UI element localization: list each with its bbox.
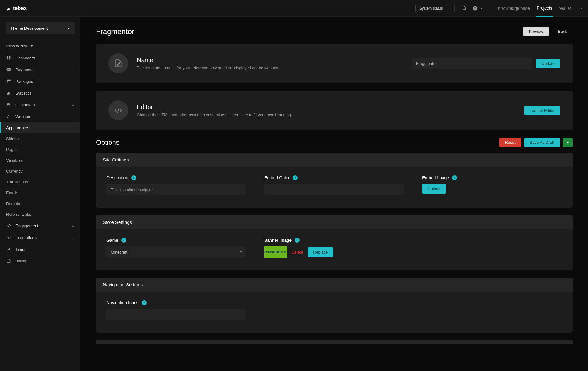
card-icon [6, 67, 11, 72]
info-icon[interactable]: i [121, 238, 126, 243]
sub-domain[interactable]: Domain [0, 198, 80, 209]
user-icon [6, 247, 11, 252]
code-icon [108, 100, 128, 120]
users-icon [6, 102, 11, 107]
svg-point-18 [8, 248, 10, 249]
next-panel-peek [96, 340, 573, 344]
preview-button[interactable]: Preview [523, 27, 549, 36]
info-icon[interactable]: i [452, 175, 457, 180]
svg-rect-7 [9, 58, 10, 59]
svg-rect-11 [7, 81, 10, 83]
sub-referral[interactable]: Referral Links [0, 209, 80, 220]
nav-dashboard[interactable]: Dashboard [0, 52, 80, 64]
basket-icon [6, 114, 11, 119]
save-draft-button[interactable]: Save As Draft [524, 138, 560, 147]
upload-button[interactable]: Upload [422, 184, 446, 194]
delete-banner-link[interactable]: Delete [292, 250, 303, 254]
sub-emails[interactable]: Emails [0, 187, 80, 198]
info-icon[interactable]: i [131, 175, 136, 180]
embed-color-label: Embed Color [264, 175, 290, 180]
card-title: Name [137, 57, 403, 64]
topbar: tebex System status ? ▾ Knowledge base P… [0, 0, 588, 17]
svg-point-0 [463, 6, 465, 9]
back-button[interactable]: Back [552, 27, 573, 36]
brand-name: tebex [13, 5, 27, 11]
embed-image-label: Embed Image [422, 175, 449, 180]
editor-card: Editor Change the HTML and other assets … [96, 91, 573, 130]
help-caret-icon[interactable]: ▾ [481, 6, 482, 10]
info-icon[interactable]: i [142, 300, 147, 305]
system-status-button[interactable]: System status [415, 5, 447, 12]
divider [490, 5, 490, 12]
panel-header: Store Settings [96, 215, 573, 229]
nav-engagement[interactable]: Engagement ⌄ [0, 220, 80, 232]
panel-header: Navigation Settings [96, 278, 573, 292]
account-caret-icon[interactable]: ▾ [580, 6, 582, 10]
card-desc: Change the HTML and other assets to cust… [137, 113, 516, 117]
project-selector[interactable]: Theme Development ▼ [6, 22, 75, 34]
description-input[interactable] [106, 184, 246, 195]
project-name: Theme Development [11, 26, 48, 31]
nav-icons-label: Navigation Icons [106, 300, 139, 305]
nav-payments[interactable]: Payments ⌄ [0, 64, 80, 75]
save-caret-button[interactable]: ▾ [563, 138, 573, 147]
nav-webstore[interactable]: Webstore ⌃ [0, 111, 80, 122]
svg-rect-5 [9, 56, 10, 58]
view-webstore-link[interactable]: View Webstore → [0, 40, 80, 52]
nav-icons-input[interactable] [106, 309, 246, 320]
chevron-down-icon: ⌄ [72, 224, 74, 228]
chevron-down-icon: ⌄ [72, 103, 74, 107]
svg-line-19 [118, 108, 119, 113]
replace-banner-button[interactable]: Replace [308, 247, 334, 257]
tebex-logo-icon [6, 6, 11, 11]
topbar-right: System status ? ▾ Knowledge base Project… [415, 5, 582, 12]
nav-customers[interactable]: Customers ⌄ [0, 99, 80, 111]
svg-line-17 [8, 236, 9, 239]
nav-packages[interactable]: Packages [0, 75, 80, 87]
sub-currency[interactable]: Currency [0, 166, 80, 177]
code-icon [6, 235, 11, 240]
nav-integrations[interactable]: Integrations ⌄ [0, 232, 80, 243]
archive-icon [6, 79, 11, 84]
info-icon[interactable]: i [295, 238, 300, 243]
svg-point-16 [9, 104, 10, 105]
sub-appearance[interactable]: Appearance [0, 122, 80, 133]
template-name-input[interactable] [412, 58, 532, 69]
wallet-link[interactable]: Wallet [559, 6, 572, 11]
divider [454, 5, 455, 12]
embed-color-input[interactable] [264, 184, 404, 195]
file-icon [6, 258, 11, 263]
projects-link[interactable]: Projects [536, 6, 553, 17]
sub-translations[interactable]: Translations [0, 177, 80, 187]
sidebar: Theme Development ▼ View Webstore → Dash… [0, 17, 80, 371]
description-label: Description [106, 175, 128, 180]
nav-billing[interactable]: Billing [0, 255, 80, 267]
options-header: Options Reset Save As Draft ▾ [96, 138, 573, 147]
arrow-right-icon: → [70, 44, 74, 48]
help-icon[interactable]: ? [473, 6, 478, 11]
launch-editor-button[interactable]: Launch Editor [524, 106, 560, 115]
store-settings-panel: Store Settings Game i Minecraft Ban [96, 215, 573, 270]
reset-button[interactable]: Reset [499, 138, 521, 147]
nav-statistics[interactable]: Statistics [0, 87, 80, 99]
nav-team[interactable]: Team [0, 243, 80, 255]
chevron-down-icon: ⌄ [72, 236, 74, 239]
info-icon[interactable]: i [293, 175, 298, 180]
banner-label: Banner Image [264, 238, 292, 243]
sub-variables[interactable]: Variables [0, 155, 80, 166]
sub-pages[interactable]: Pages [0, 144, 80, 155]
search-icon[interactable] [462, 6, 467, 11]
logo[interactable]: tebex [6, 5, 27, 11]
name-card: Name The template name is for your refer… [96, 44, 573, 83]
svg-rect-13 [8, 92, 9, 95]
game-select[interactable]: Minecraft [106, 246, 246, 258]
card-title: Editor [137, 104, 516, 111]
sub-sidebar[interactable]: Sidebar [0, 133, 80, 144]
knowledge-base-link[interactable]: Knowledge base [497, 6, 531, 11]
page-title: Fragmentor [96, 27, 134, 36]
update-button[interactable]: Update [536, 59, 560, 68]
svg-rect-4 [7, 56, 8, 58]
chevron-down-icon: ⌄ [72, 68, 74, 71]
svg-point-15 [7, 103, 9, 105]
chevron-up-icon: ⌃ [72, 115, 74, 118]
